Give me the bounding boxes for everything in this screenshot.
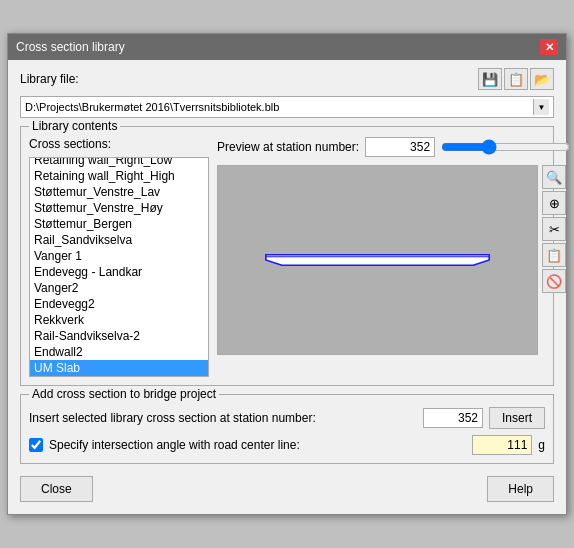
list-item[interactable]: Støttemur_Venstre_Høy: [30, 200, 208, 216]
list-item[interactable]: Endwall2: [30, 344, 208, 360]
window-title: Cross section library: [16, 40, 125, 54]
insert-row-label: Insert selected library cross section at…: [29, 411, 417, 425]
side-buttons-panel: 🔍 ⊕ ✂ 📋 🚫: [542, 165, 570, 355]
list-item[interactable]: Støttemur_Bergen: [30, 216, 208, 232]
list-item[interactable]: Endevegg2: [30, 296, 208, 312]
zoom-in-button[interactable]: 🔍: [542, 165, 566, 189]
help-button[interactable]: Help: [487, 476, 554, 502]
library-contents-label: Library contents: [29, 119, 120, 133]
paste-button[interactable]: 📋: [542, 243, 566, 267]
library-contents-group: Library contents Cross sections: Feda Me…: [20, 126, 554, 386]
save-button[interactable]: 💾: [478, 68, 502, 90]
delete-button[interactable]: 🚫: [542, 269, 566, 293]
insert-button[interactable]: Insert: [489, 407, 545, 429]
zoom-extent-button[interactable]: ⊕: [542, 191, 566, 215]
close-icon[interactable]: ✕: [540, 39, 558, 55]
cut-button[interactable]: ✂: [542, 217, 566, 241]
list-item[interactable]: Retaining wall_Right_Low: [30, 157, 208, 168]
station-number-input[interactable]: [365, 137, 435, 157]
insert-station-input[interactable]: [423, 408, 483, 428]
library-file-path: D:\Projects\Brukermøtet 2016\Tverrsnitsb…: [25, 101, 279, 113]
list-item[interactable]: Endevegg - Landkar: [30, 264, 208, 280]
list-item[interactable]: Støttemur_Venstre_Lav: [30, 184, 208, 200]
angle-checkbox[interactable]: [29, 438, 43, 452]
add-section-group-label: Add cross section to bridge project: [29, 387, 219, 401]
angle-unit: g: [538, 438, 545, 452]
preview-label: Preview at station number:: [217, 140, 359, 154]
bottom-buttons: Close Help: [20, 472, 554, 506]
close-button[interactable]: Close: [20, 476, 93, 502]
list-item[interactable]: Vanger 1: [30, 248, 208, 264]
list-item[interactable]: Rail-Sandvikselva-2: [30, 328, 208, 344]
list-item[interactable]: Retaining wall_Right_High: [30, 168, 208, 184]
preview-canvas: [217, 165, 538, 355]
list-item[interactable]: Vanger2: [30, 280, 208, 296]
copy-button[interactable]: 📋: [504, 68, 528, 90]
left-panel: Cross sections: Feda Med HeighBru - Sand…: [29, 137, 209, 377]
list-item[interactable]: Rail_Sandvikselva: [30, 232, 208, 248]
list-item[interactable]: Rekkverk: [30, 312, 208, 328]
add-section-group: Add cross section to bridge project Inse…: [20, 394, 554, 464]
list-item[interactable]: UM Edge beam: [30, 376, 208, 377]
list-item[interactable]: UM Slab: [30, 360, 208, 376]
station-slider[interactable]: [441, 139, 570, 155]
library-file-combo[interactable]: D:\Projects\Brukermøtet 2016\Tverrsnitsb…: [20, 96, 554, 118]
title-bar: Cross section library ✕: [8, 34, 566, 60]
library-file-label: Library file:: [20, 72, 79, 86]
cross-sections-listbox[interactable]: Feda Med HeighBru - SandvikselvaFeda ver…: [29, 157, 209, 377]
angle-checkbox-label: Specify intersection angle with road cen…: [49, 438, 466, 452]
cross-sections-label: Cross sections:: [29, 137, 209, 151]
main-window: Cross section library ✕ Library file: 💾 …: [7, 33, 567, 515]
angle-input[interactable]: [472, 435, 532, 455]
combo-arrow-icon[interactable]: ▼: [533, 99, 549, 115]
open-button[interactable]: 📂: [530, 68, 554, 90]
